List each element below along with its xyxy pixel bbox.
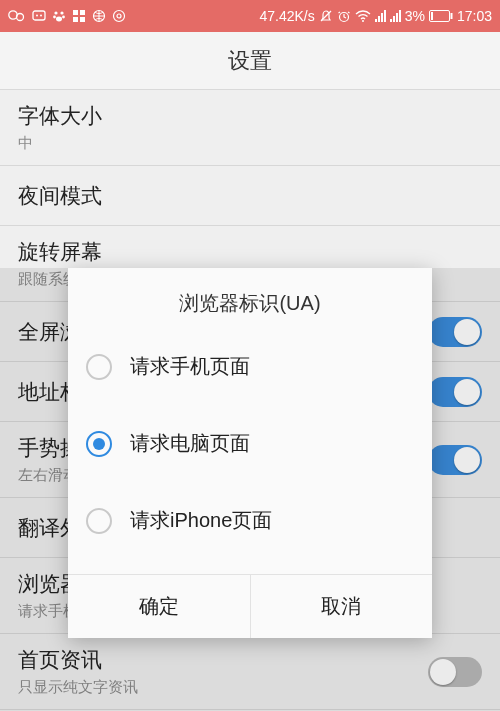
option-label: 请求iPhone页面 xyxy=(130,507,272,534)
cancel-button[interactable]: 取消 xyxy=(250,575,433,638)
svg-point-4 xyxy=(40,15,42,17)
radio-icon xyxy=(86,508,112,534)
option-label: 请求手机页面 xyxy=(130,353,250,380)
message-icon xyxy=(32,9,46,23)
svg-point-8 xyxy=(62,16,65,19)
svg-point-3 xyxy=(36,15,38,17)
status-right: 47.42K/s 3% 17:03 xyxy=(259,8,492,24)
status-left xyxy=(8,9,126,23)
battery-pct: 3% xyxy=(405,8,425,24)
wifi-icon xyxy=(355,9,371,23)
svg-rect-22 xyxy=(431,12,433,20)
battery-icon xyxy=(429,10,453,22)
svg-point-6 xyxy=(60,11,63,14)
svg-point-0 xyxy=(9,11,17,19)
option-iphone[interactable]: 请求iPhone页面 xyxy=(68,497,432,574)
target-icon xyxy=(112,9,126,23)
row-font-size[interactable]: 字体大小中 xyxy=(0,90,500,166)
row-title: 旋转屏幕 xyxy=(18,238,102,266)
radio-icon xyxy=(86,354,112,380)
svg-point-7 xyxy=(53,16,56,19)
svg-rect-21 xyxy=(450,13,452,19)
dialog-buttons: 确定 取消 xyxy=(68,574,432,638)
clock: 17:03 xyxy=(457,8,492,24)
row-sub: 中 xyxy=(18,134,102,153)
wechat-icon xyxy=(8,9,26,23)
alarm-icon xyxy=(337,9,351,23)
mute-icon xyxy=(319,9,333,23)
row-night-mode[interactable]: 夜间模式 xyxy=(0,166,500,226)
row-title: 夜间模式 xyxy=(18,182,102,210)
net-speed: 47.42K/s xyxy=(259,8,314,24)
globe-icon xyxy=(92,9,106,23)
svg-point-5 xyxy=(54,11,57,14)
svg-rect-2 xyxy=(33,11,45,20)
signal-2-icon xyxy=(390,10,401,22)
svg-rect-11 xyxy=(80,10,85,15)
svg-point-19 xyxy=(362,20,364,22)
svg-rect-10 xyxy=(73,10,78,15)
paw-icon xyxy=(52,9,66,23)
grid-icon xyxy=(72,9,86,23)
svg-point-16 xyxy=(117,14,121,18)
dialog-title: 浏览器标识(UA) xyxy=(68,268,432,343)
svg-point-15 xyxy=(114,11,125,22)
ok-button[interactable]: 确定 xyxy=(68,575,250,638)
signal-1-icon xyxy=(375,10,386,22)
dialog-options: 请求手机页面 请求电脑页面 请求iPhone页面 xyxy=(68,343,432,574)
option-desktop[interactable]: 请求电脑页面 xyxy=(68,420,432,497)
ua-dialog: 浏览器标识(UA) 请求手机页面 请求电脑页面 请求iPhone页面 确定 取消 xyxy=(68,268,432,638)
svg-point-1 xyxy=(17,14,24,21)
page-header: 设置 xyxy=(0,32,500,90)
svg-point-9 xyxy=(56,17,62,22)
page-title: 设置 xyxy=(228,46,272,76)
option-label: 请求电脑页面 xyxy=(130,430,250,457)
svg-rect-13 xyxy=(80,17,85,22)
radio-icon xyxy=(86,431,112,457)
option-mobile[interactable]: 请求手机页面 xyxy=(68,343,432,420)
status-bar: 47.42K/s 3% 17:03 xyxy=(0,0,500,32)
svg-rect-12 xyxy=(73,17,78,22)
row-title: 字体大小 xyxy=(18,102,102,130)
